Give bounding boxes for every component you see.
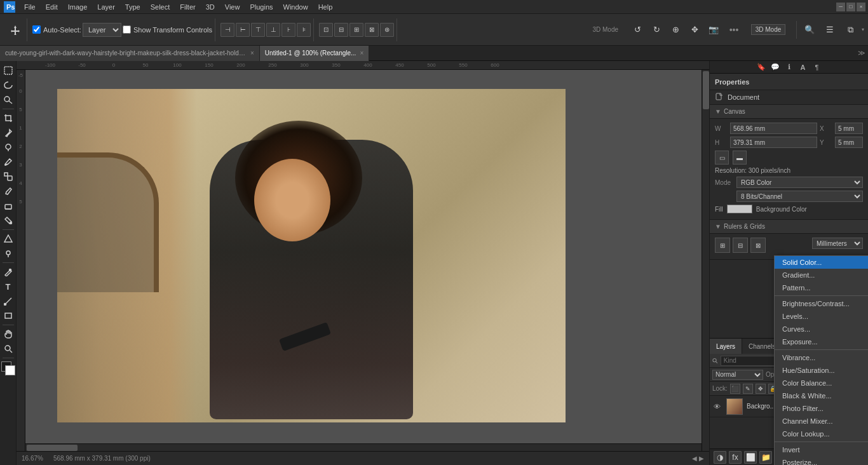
- menu-layer[interactable]: Layer: [92, 0, 120, 14]
- move-tool-button[interactable]: [6, 21, 24, 39]
- ctx-posterize[interactable]: Posterize...: [775, 456, 868, 465]
- workspace-button[interactable]: ☰: [821, 21, 839, 39]
- hand-tool[interactable]: [1, 327, 15, 341]
- ctx-channel-mixer[interactable]: Channel Mixer...: [775, 415, 868, 428]
- units-select[interactable]: Millimeters Pixels Inches Centimeters: [812, 238, 863, 249]
- type-tool[interactable]: T: [1, 280, 15, 293]
- ctx-pattern[interactable]: Pattern...: [775, 281, 868, 294]
- layers-tab[interactable]: Layers: [710, 339, 742, 354]
- close-button[interactable]: ×: [857, 3, 865, 11]
- dist-center-h-button[interactable]: ⊟: [334, 23, 348, 37]
- menu-image[interactable]: Image: [63, 0, 93, 14]
- dodge-tool[interactable]: [1, 246, 15, 260]
- ctx-vibrance[interactable]: Vibrance...: [775, 351, 868, 364]
- bits-select[interactable]: 8 Bits/Channel 16 Bits/Channel 32 Bits/C…: [736, 191, 863, 202]
- menu-window[interactable]: Window: [278, 0, 313, 14]
- ctx-black-white[interactable]: Black & White...: [775, 389, 868, 402]
- canvas-viewport[interactable]: [25, 70, 709, 451]
- brush-tool[interactable]: [1, 155, 15, 169]
- ruler-grid-btn3[interactable]: ⊠: [750, 238, 766, 253]
- lasso-tool[interactable]: [1, 78, 15, 92]
- align-right-button[interactable]: ⊤: [251, 23, 265, 37]
- portrait-icon[interactable]: ▭: [715, 151, 729, 165]
- tab2-close[interactable]: ×: [360, 50, 363, 57]
- blend-mode-select[interactable]: Normal Multiply Screen: [712, 370, 763, 380]
- add-fill-layer-btn[interactable]: ◑: [714, 451, 726, 464]
- dist-top-button[interactable]: ⊠: [365, 23, 379, 37]
- menu-type[interactable]: Type: [120, 0, 146, 14]
- menu-3d[interactable]: 3D: [201, 0, 220, 14]
- nav-arrows[interactable]: ◀ ▶: [692, 455, 704, 462]
- rectangle-tool[interactable]: [1, 309, 15, 323]
- clone-stamp-tool[interactable]: [1, 170, 15, 184]
- ctx-brightness-contrast[interactable]: Brightness/Contrast...: [775, 297, 868, 310]
- menu-plugins[interactable]: Plugins: [245, 0, 278, 14]
- rotate-forward-button[interactable]: ↻: [648, 21, 665, 39]
- align-top-button[interactable]: ⊥: [266, 23, 280, 37]
- new-group-btn[interactable]: 📁: [759, 451, 772, 464]
- ctx-invert[interactable]: Invert: [775, 443, 868, 456]
- horizontal-scrollbar[interactable]: [25, 443, 702, 451]
- menu-select[interactable]: Select: [146, 0, 175, 14]
- para-icon[interactable]: ¶: [811, 62, 823, 73]
- pen-tool[interactable]: [1, 265, 15, 279]
- menu-view[interactable]: View: [220, 0, 245, 14]
- ctx-gradient[interactable]: Gradient...: [775, 269, 868, 281]
- 3d-axis-button[interactable]: ⊕: [667, 21, 684, 39]
- align-center-v-button[interactable]: ⊦: [281, 23, 295, 37]
- menu-help[interactable]: Help: [313, 0, 338, 14]
- history-brush-tool[interactable]: [1, 184, 15, 198]
- fill-tool[interactable]: [1, 213, 15, 227]
- landscape-icon[interactable]: ▬: [733, 151, 747, 165]
- layer-effects-btn[interactable]: fx: [729, 451, 742, 464]
- ctx-color-balance[interactable]: Color Balance...: [775, 377, 868, 389]
- width-input[interactable]: [730, 123, 817, 134]
- align-center-h-button[interactable]: ⊢: [236, 23, 250, 37]
- dist-center-v-button[interactable]: ⊛: [380, 23, 394, 37]
- panel-toggle-button[interactable]: ≫: [855, 49, 868, 57]
- y-input[interactable]: [835, 137, 863, 148]
- lock-draw-btn[interactable]: ✎: [743, 384, 753, 394]
- align-bottom-button[interactable]: ⊧: [297, 23, 311, 37]
- lock-move-btn[interactable]: ✥: [756, 384, 766, 394]
- maximize-button[interactable]: □: [846, 3, 855, 11]
- arrange-dropdown[interactable]: ▾: [862, 27, 864, 32]
- dist-right-button[interactable]: ⊞: [349, 23, 363, 37]
- x-input[interactable]: [835, 123, 863, 134]
- search-button[interactable]: 🔍: [801, 21, 818, 39]
- auto-select-checkbox[interactable]: [32, 25, 41, 34]
- canvas-section-header[interactable]: ▼ Canvas: [710, 105, 868, 119]
- 3d-mode-btn[interactable]: 3D Mode: [751, 24, 786, 35]
- mask-btn[interactable]: ⬜: [744, 451, 757, 464]
- layer-select[interactable]: Layer Group: [83, 23, 121, 37]
- marquee-tool[interactable]: [1, 64, 15, 78]
- blur-tool[interactable]: [1, 232, 15, 246]
- menu-filter[interactable]: Filter: [175, 0, 200, 14]
- tab-image1[interactable]: cute-young-girl-with-dark-wavy-hairstyle…: [0, 46, 260, 61]
- ctx-hue-saturation[interactable]: Hue/Saturation...: [775, 364, 868, 377]
- eraser-tool[interactable]: [1, 199, 15, 213]
- mode-select[interactable]: RGB Color CMYK Color Grayscale: [736, 177, 863, 188]
- menu-edit[interactable]: Edit: [41, 0, 63, 14]
- visibility-icon[interactable]: 👁: [714, 403, 722, 410]
- zoom-tool[interactable]: [1, 342, 15, 356]
- spot-heal-tool[interactable]: [1, 140, 15, 154]
- menu-file[interactable]: File: [19, 0, 41, 14]
- dist-left-button[interactable]: ⊡: [319, 23, 333, 37]
- ctx-exposure[interactable]: Exposure...: [775, 335, 868, 348]
- camera-button[interactable]: 📷: [705, 21, 722, 39]
- ctx-levels[interactable]: Levels...: [775, 310, 868, 323]
- info2-icon[interactable]: ℹ: [783, 62, 795, 73]
- vertical-scrollbar[interactable]: [702, 70, 709, 451]
- foreground-color-swatch[interactable]: [1, 361, 15, 375]
- tab-untitled1[interactable]: Untitled-1 @ 100% (Rectangle... ×: [260, 46, 369, 61]
- notes-icon[interactable]: 💬: [770, 62, 781, 73]
- char-icon[interactable]: A: [797, 62, 809, 73]
- ctx-solid-color[interactable]: Solid Color...: [775, 256, 868, 269]
- eyedropper-tool[interactable]: [1, 126, 15, 140]
- ctx-curves[interactable]: Curves...: [775, 323, 868, 335]
- ctx-photo-filter[interactable]: Photo Filter...: [775, 402, 868, 415]
- ruler-grid-btn1[interactable]: ⊞: [715, 238, 730, 253]
- pan-button[interactable]: ✥: [686, 21, 703, 39]
- tab1-close[interactable]: ×: [250, 50, 254, 57]
